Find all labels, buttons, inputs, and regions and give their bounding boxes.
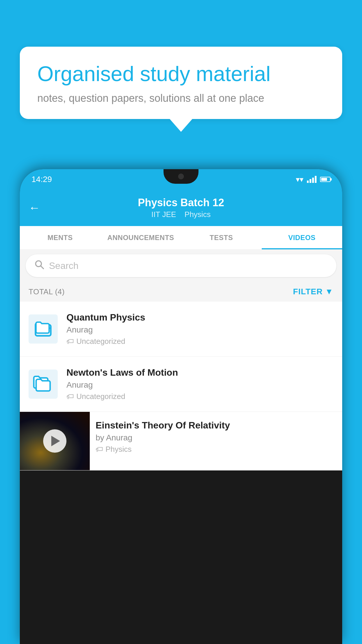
search-input-wrap[interactable]: Search: [26, 254, 336, 277]
video-author-3: by Anurag: [96, 433, 336, 442]
video-author-2: Anurag: [66, 380, 333, 390]
video-tag-2: 🏷 Uncategorized: [66, 392, 333, 401]
batch-title: Physics Batch 12: [138, 197, 224, 209]
back-button[interactable]: ←: [29, 201, 40, 214]
subtitle-physics: Physics: [184, 210, 211, 219]
search-bar-container: Search: [20, 250, 342, 282]
batch-subtitle: IIT JEE Physics: [138, 210, 224, 219]
wifi-icon: ▾▾: [296, 175, 303, 184]
video-list: Quantum Physics Anurag 🏷 Uncategorized: [20, 302, 342, 470]
video-title: Quantum Physics: [66, 312, 333, 323]
tab-tests[interactable]: TESTS: [181, 226, 262, 249]
front-camera: [178, 174, 184, 179]
video-tag-3: 🏷 Physics: [96, 445, 336, 454]
tag-label-3: Physics: [106, 445, 132, 454]
filter-funnel-icon: ▼: [325, 287, 333, 296]
list-item[interactable]: Newton's Laws of Motion Anurag 🏷 Uncateg…: [20, 357, 342, 412]
subtitle-iitjee: IIT JEE: [151, 210, 176, 219]
search-icon: [34, 260, 44, 272]
video-title-2: Newton's Laws of Motion: [66, 367, 333, 378]
list-item[interactable]: Quantum Physics Anurag 🏷 Uncategorized: [20, 302, 342, 357]
notch: [164, 169, 198, 184]
tag-label-2: Uncategorized: [76, 392, 125, 401]
filter-button[interactable]: FILTER ▼: [293, 287, 333, 296]
video-info-3: Einstein's Theory Of Relativity by Anura…: [90, 412, 342, 462]
signal-icon: [307, 176, 317, 183]
total-count: TOTAL (4): [29, 287, 65, 296]
status-time: 14:29: [31, 175, 52, 184]
tag-icon-2: 🏷: [66, 392, 74, 401]
filter-bar: TOTAL (4) FILTER ▼: [20, 282, 342, 302]
play-button[interactable]: [43, 429, 66, 453]
play-triangle-icon: [51, 436, 60, 446]
status-bar: 14:29 ▾▾: [20, 169, 342, 190]
tab-ments[interactable]: MENTS: [20, 226, 101, 249]
video-tag: 🏷 Uncategorized: [66, 337, 333, 346]
tag-icon: 🏷: [66, 337, 74, 346]
tab-announcements[interactable]: ANNOUNCEMENTS: [101, 226, 181, 249]
header-title: Physics Batch 12 IIT JEE Physics: [138, 197, 224, 219]
status-icons: ▾▾: [296, 175, 331, 184]
video-info-2: Newton's Laws of Motion Anurag 🏷 Uncateg…: [66, 367, 333, 401]
video-thumbnail: [20, 412, 90, 470]
video-title-3: Einstein's Theory Of Relativity: [96, 420, 336, 431]
list-item[interactable]: Einstein's Theory Of Relativity by Anura…: [20, 412, 342, 470]
speech-bubble: Organised study material notes, question…: [20, 47, 342, 119]
tab-videos[interactable]: VIDEOS: [262, 226, 342, 249]
video-author: Anurag: [66, 325, 333, 335]
folder-icon-wrap: [29, 314, 58, 344]
tag-label: Uncategorized: [76, 337, 125, 346]
tab-bar: MENTS ANNOUNCEMENTS TESTS VIDEOS: [20, 226, 342, 250]
filter-label: FILTER: [293, 287, 323, 296]
phone-frame: 14:29 ▾▾ ← Physics Batc: [20, 169, 342, 644]
bubble-heading: Organised study material: [37, 61, 325, 86]
bubble-subtext: notes, question papers, solutions all at…: [37, 92, 325, 104]
app-header: ← Physics Batch 12 IIT JEE Physics: [20, 190, 342, 226]
tag-icon-3: 🏷: [96, 445, 103, 454]
battery-icon: [320, 177, 331, 182]
folder-icon-wrap-2: [29, 370, 58, 399]
video-info: Quantum Physics Anurag 🏷 Uncategorized: [66, 312, 333, 346]
search-placeholder: Search: [49, 260, 78, 271]
svg-line-1: [41, 266, 43, 269]
